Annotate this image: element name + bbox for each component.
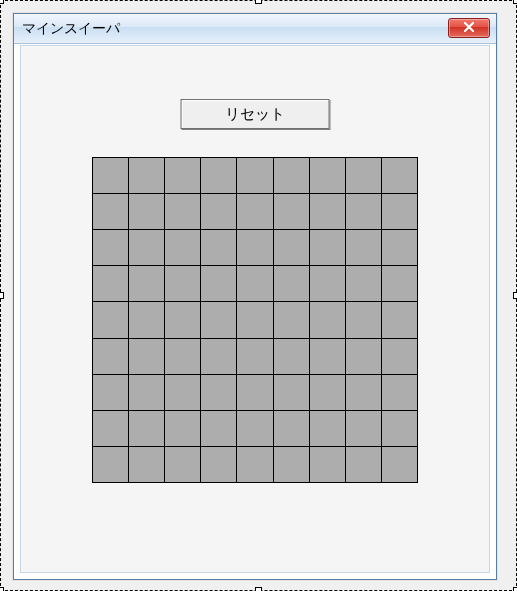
- mine-cell[interactable]: [310, 194, 345, 229]
- mine-cell[interactable]: [382, 194, 417, 229]
- resize-handle-top-right[interactable]: [513, 0, 517, 4]
- reset-button[interactable]: リセット: [181, 99, 330, 129]
- mine-cell[interactable]: [165, 230, 200, 265]
- mine-cell[interactable]: [129, 230, 164, 265]
- mine-cell[interactable]: [165, 266, 200, 301]
- mine-cell[interactable]: [237, 375, 272, 410]
- mine-cell[interactable]: [165, 447, 200, 482]
- mine-cell[interactable]: [346, 339, 381, 374]
- mine-cell[interactable]: [382, 447, 417, 482]
- mine-cell[interactable]: [346, 230, 381, 265]
- titlebar[interactable]: マインスイーパ: [14, 14, 496, 44]
- mine-cell[interactable]: [129, 302, 164, 337]
- mine-cell[interactable]: [237, 447, 272, 482]
- mine-cell[interactable]: [93, 411, 128, 446]
- mine-cell[interactable]: [201, 375, 236, 410]
- mine-cell[interactable]: [274, 266, 309, 301]
- mine-cell[interactable]: [382, 411, 417, 446]
- minefield-grid: [92, 157, 418, 483]
- mine-cell[interactable]: [346, 447, 381, 482]
- app-window: マインスイーパ リセット: [13, 13, 497, 580]
- mine-cell[interactable]: [237, 266, 272, 301]
- mine-cell[interactable]: [165, 158, 200, 193]
- mine-cell[interactable]: [201, 230, 236, 265]
- mine-cell[interactable]: [274, 302, 309, 337]
- mine-cell[interactable]: [201, 447, 236, 482]
- mine-cell[interactable]: [129, 158, 164, 193]
- resize-handle-top-mid[interactable]: [255, 0, 262, 4]
- mine-cell[interactable]: [93, 230, 128, 265]
- mine-cell[interactable]: [310, 339, 345, 374]
- mine-cell[interactable]: [129, 339, 164, 374]
- mine-cell[interactable]: [93, 339, 128, 374]
- mine-cell[interactable]: [274, 339, 309, 374]
- mine-cell[interactable]: [382, 302, 417, 337]
- mine-cell[interactable]: [201, 302, 236, 337]
- mine-cell[interactable]: [201, 266, 236, 301]
- mine-cell[interactable]: [129, 447, 164, 482]
- mine-cell[interactable]: [237, 194, 272, 229]
- mine-cell[interactable]: [237, 230, 272, 265]
- mine-cell[interactable]: [129, 411, 164, 446]
- mine-cell[interactable]: [274, 230, 309, 265]
- mine-cell[interactable]: [93, 158, 128, 193]
- mine-cell[interactable]: [310, 447, 345, 482]
- mine-cell[interactable]: [382, 230, 417, 265]
- resize-handle-bottom-right[interactable]: [513, 587, 517, 591]
- resize-handle-mid-left[interactable]: [0, 292, 4, 299]
- mine-cell[interactable]: [165, 339, 200, 374]
- mine-cell[interactable]: [310, 266, 345, 301]
- mine-cell[interactable]: [346, 375, 381, 410]
- mine-cell[interactable]: [129, 194, 164, 229]
- mine-cell[interactable]: [346, 158, 381, 193]
- mine-cell[interactable]: [382, 158, 417, 193]
- mine-cell[interactable]: [274, 447, 309, 482]
- mine-cell[interactable]: [346, 266, 381, 301]
- mine-cell[interactable]: [310, 375, 345, 410]
- mine-cell[interactable]: [201, 158, 236, 193]
- mine-cell[interactable]: [310, 302, 345, 337]
- mine-cell[interactable]: [346, 194, 381, 229]
- mine-cell[interactable]: [382, 266, 417, 301]
- close-icon: [463, 21, 475, 36]
- resize-handle-bottom-left[interactable]: [0, 587, 4, 591]
- reset-button-label: リセット: [225, 105, 285, 124]
- mine-cell[interactable]: [201, 339, 236, 374]
- mine-cell[interactable]: [165, 194, 200, 229]
- mine-cell[interactable]: [274, 375, 309, 410]
- client-area: リセット: [20, 45, 490, 573]
- mine-cell[interactable]: [129, 375, 164, 410]
- mine-cell[interactable]: [237, 339, 272, 374]
- mine-cell[interactable]: [346, 302, 381, 337]
- mine-cell[interactable]: [165, 411, 200, 446]
- mine-cell[interactable]: [237, 302, 272, 337]
- mine-cell[interactable]: [310, 230, 345, 265]
- designer-canvas[interactable]: マインスイーパ リセット: [0, 0, 517, 591]
- mine-cell[interactable]: [93, 266, 128, 301]
- mine-cell[interactable]: [93, 194, 128, 229]
- mine-cell[interactable]: [165, 302, 200, 337]
- mine-cell[interactable]: [201, 194, 236, 229]
- close-button[interactable]: [448, 18, 490, 38]
- mine-cell[interactable]: [237, 158, 272, 193]
- resize-handle-bottom-mid[interactable]: [255, 587, 262, 591]
- mine-cell[interactable]: [382, 339, 417, 374]
- mine-cell[interactable]: [129, 266, 164, 301]
- mine-cell[interactable]: [310, 158, 345, 193]
- resize-handle-top-left[interactable]: [0, 0, 4, 4]
- mine-cell[interactable]: [274, 158, 309, 193]
- mine-cell[interactable]: [93, 375, 128, 410]
- resize-handle-mid-right[interactable]: [513, 292, 517, 299]
- mine-cell[interactable]: [310, 411, 345, 446]
- mine-cell[interactable]: [382, 375, 417, 410]
- mine-cell[interactable]: [274, 411, 309, 446]
- window-title: マインスイーパ: [22, 20, 120, 38]
- mine-cell[interactable]: [93, 302, 128, 337]
- mine-cell[interactable]: [346, 411, 381, 446]
- mine-cell[interactable]: [93, 447, 128, 482]
- mine-cell[interactable]: [274, 194, 309, 229]
- mine-cell[interactable]: [165, 375, 200, 410]
- mine-cell[interactable]: [237, 411, 272, 446]
- mine-cell[interactable]: [201, 411, 236, 446]
